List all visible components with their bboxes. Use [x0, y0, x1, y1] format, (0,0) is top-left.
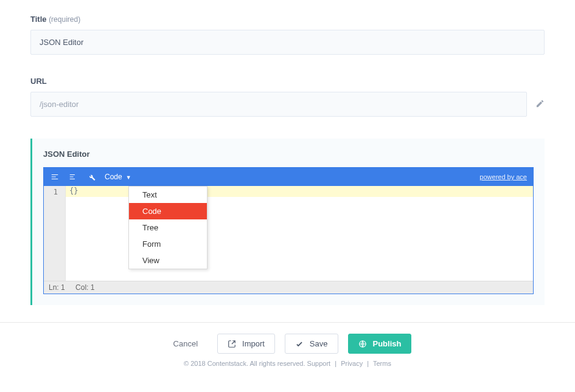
title-field-group: Title (required)	[30, 15, 545, 55]
editor-body: 1 {} Text Code Tree Form View	[44, 186, 533, 281]
title-label-text: Title	[30, 15, 47, 24]
url-input[interactable]	[30, 92, 527, 117]
import-icon	[228, 340, 236, 348]
action-bar: Cancel Import Save Publish	[0, 322, 575, 360]
code-area[interactable]: {} Text Code Tree Form View	[66, 186, 533, 281]
cancel-button[interactable]: Cancel	[164, 334, 207, 353]
dropdown-item-view[interactable]: View	[129, 252, 207, 269]
caret-down-icon: ▼	[126, 174, 131, 181]
url-field-group: URL	[30, 77, 545, 117]
import-label: Import	[242, 339, 265, 348]
mode-dropdown-trigger[interactable]: Code ▼	[105, 173, 131, 181]
json-panel-title: JSON Editor	[43, 150, 534, 159]
publish-label: Publish	[373, 339, 402, 348]
globe-icon	[358, 340, 367, 348]
cancel-label: Cancel	[173, 339, 198, 348]
powered-by-link[interactable]: powered by ace	[479, 173, 527, 181]
title-input[interactable]	[30, 30, 545, 55]
import-button[interactable]: Import	[217, 334, 275, 354]
format-icon[interactable]	[50, 172, 60, 182]
save-button[interactable]: Save	[285, 334, 338, 354]
editor-status-bar: Ln: 1 Col: 1	[44, 281, 533, 294]
pencil-icon	[535, 99, 545, 108]
footer-terms-link[interactable]: Terms	[373, 360, 391, 367]
footer-copyright: © 2018 Contentstack. All rights reserved…	[184, 360, 305, 367]
check-icon	[295, 340, 304, 348]
repair-icon[interactable]	[86, 172, 96, 182]
json-editor: Code ▼ powered by ace 1 {} Text Code Tre…	[43, 167, 534, 294]
status-col: Col: 1	[75, 283, 94, 292]
dropdown-item-text[interactable]: Text	[129, 187, 207, 203]
footer-support-link[interactable]: Support	[307, 360, 331, 367]
mode-dropdown-menu: Text Code Tree Form View	[128, 186, 207, 269]
compact-icon[interactable]	[68, 172, 78, 182]
footer-separator: |	[367, 360, 369, 367]
edit-url-button[interactable]	[535, 99, 545, 110]
gutter-line-number: 1	[44, 188, 58, 196]
footer: © 2018 Contentstack. All rights reserved…	[0, 360, 575, 374]
save-label: Save	[310, 339, 328, 348]
footer-privacy-link[interactable]: Privacy	[341, 360, 363, 367]
footer-separator: |	[335, 360, 336, 367]
editor-toolbar: Code ▼ powered by ace	[44, 168, 533, 186]
dropdown-item-code[interactable]: Code	[129, 203, 207, 219]
code-content: {}	[69, 187, 78, 195]
publish-button[interactable]: Publish	[348, 334, 412, 354]
title-required-text: (required)	[49, 15, 80, 24]
dropdown-item-form[interactable]: Form	[129, 236, 207, 252]
title-label: Title (required)	[30, 15, 545, 24]
status-line: Ln: 1	[49, 283, 65, 292]
url-label: URL	[30, 77, 545, 86]
editor-gutter: 1	[44, 186, 66, 281]
json-editor-panel: JSON Editor Code ▼ powered by ace	[30, 139, 545, 305]
mode-label: Code	[105, 173, 122, 181]
dropdown-item-tree[interactable]: Tree	[129, 219, 207, 236]
